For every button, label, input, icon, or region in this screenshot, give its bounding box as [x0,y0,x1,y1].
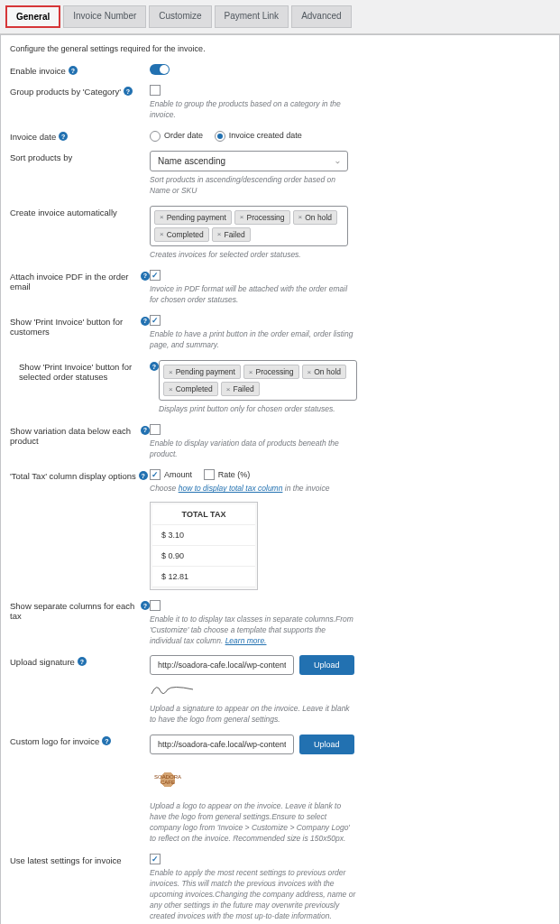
print-help: Enable to have a print button in the ord… [150,329,357,351]
info-icon[interactable]: ? [141,601,150,610]
logo-help: Upload a logo to appear on the invoice. … [150,801,357,845]
print-statuses-select[interactable]: ×Pending payment ×Processing ×On hold ×C… [159,360,357,401]
signature-help: Upload a signature to appear on the invo… [150,704,357,725]
remove-tag-icon[interactable]: × [226,385,231,393]
tab-general[interactable]: General [5,5,60,28]
info-icon[interactable]: ? [69,66,78,75]
remove-tag-icon[interactable]: × [217,230,222,238]
status-tag: ×Pending payment [154,210,232,225]
print-button-label: Show 'Print Invoice' button for customer… [10,315,150,337]
status-tag: ×Pending payment [163,365,241,379]
signature-upload-button[interactable]: Upload [299,655,354,675]
latest-checkbox[interactable] [150,854,161,864]
remove-tag-icon[interactable]: × [160,230,164,238]
attach-pdf-checkbox[interactable] [150,270,161,281]
info-icon[interactable]: ? [78,657,87,666]
logo-input[interactable] [150,735,294,754]
info-icon[interactable]: ? [59,132,68,141]
tab-invoice-number[interactable]: Invoice Number [63,5,146,28]
info-icon[interactable]: ? [150,362,159,371]
latest-label: Use latest settings for invoice [10,854,150,865]
info-icon[interactable]: ? [124,87,133,96]
sort-products-select[interactable]: Name ascending⌵ [150,151,348,171]
status-tag: ×Processing [234,210,290,225]
learn-more-link[interactable]: Learn more. [225,636,267,645]
variation-checkbox[interactable] [150,424,161,435]
order-date-radio[interactable] [150,131,161,142]
sepcol-label: Show separate columns for each tax? [10,599,150,621]
chevron-down-icon: ⌵ [335,157,340,165]
status-tag: ×On hold [302,365,346,379]
logo-label: Custom logo for invoice? [10,735,150,746]
sepcol-checkbox[interactable] [150,600,161,611]
rate-checkbox[interactable] [204,469,215,480]
remove-tag-icon[interactable]: × [298,213,303,221]
group-products-checkbox[interactable] [150,85,161,96]
settings-panel: Configure the general settings required … [0,34,560,924]
panel-description: Configure the general settings required … [10,44,550,53]
info-icon[interactable]: ? [141,317,150,326]
latest-help: Enable to apply the most recent settings… [150,868,357,921]
print-button-checkbox[interactable] [150,315,161,326]
auto-help: Creates invoices for selected order stat… [150,250,357,261]
tab-payment-link[interactable]: Payment Link [215,5,289,28]
group-products-help: Enable to group the products based on a … [150,99,357,121]
totaltax-link[interactable]: how to display total tax column [179,484,283,493]
tab-customize[interactable]: Customize [149,5,211,28]
remove-tag-icon[interactable]: × [240,213,244,221]
status-tag: ×Failed [212,227,251,242]
signature-label: Upload signature? [10,655,150,667]
totaltax-help: Choose how to display total tax column i… [150,484,357,494]
remove-tag-icon[interactable]: × [169,385,173,393]
tabs-container: General Invoice Number Customize Payment… [0,0,560,34]
invoice-date-label: Invoice date? [10,130,150,142]
amount-checkbox[interactable] [150,469,161,480]
create-auto-label: Create invoice automatically [10,206,150,217]
status-tag: ×Completed [154,227,209,242]
logo-preview: SOADORA CAFE [150,762,186,798]
remove-tag-icon[interactable]: × [160,213,164,221]
printsel-help: Displays print button only for chosen or… [159,404,366,415]
print-statuses-label: Show 'Print Invoice' button for selected… [19,360,159,382]
signature-input[interactable] [150,655,294,675]
status-tag: ×Completed [163,382,218,396]
signature-preview [150,680,195,698]
status-tag: ×Processing [243,365,299,379]
remove-tag-icon[interactable]: × [249,368,253,376]
status-tag: ×Failed [221,382,260,396]
attach-help: Invoice in PDF format will be attached w… [150,284,357,306]
remove-tag-icon[interactable]: × [308,368,312,376]
enable-invoice-toggle[interactable] [150,64,170,75]
sort-help: Sort products in ascending/descending or… [150,175,357,197]
sort-products-label: Sort products by [10,151,150,162]
info-icon[interactable]: ? [141,272,150,281]
auto-statuses-select[interactable]: ×Pending payment ×Processing ×On hold ×C… [150,206,348,246]
variation-help: Enable to display variation data of prod… [150,439,357,460]
info-icon[interactable]: ? [139,471,148,480]
attach-pdf-label: Attach invoice PDF in the order email? [10,270,150,291]
remove-tag-icon[interactable]: × [169,368,173,376]
tax-preview-table: TOTAL TAX $ 3.10 $ 0.90 $ 12.81 [150,502,258,590]
tab-advanced[interactable]: Advanced [291,5,351,28]
info-icon[interactable]: ? [102,736,111,745]
enable-invoice-label: Enable invoice? [10,64,150,76]
totaltax-label: 'Total Tax' column display options? [10,469,150,481]
status-tag: ×On hold [293,210,337,225]
info-icon[interactable]: ? [141,426,150,435]
created-date-radio[interactable] [215,131,225,142]
variation-label: Show variation data below each product? [10,424,150,446]
sepcol-help: Enable it to to display tax classes in s… [150,614,357,647]
logo-upload-button[interactable]: Upload [299,735,354,754]
group-products-label: Group products by 'Category'? [10,85,150,97]
